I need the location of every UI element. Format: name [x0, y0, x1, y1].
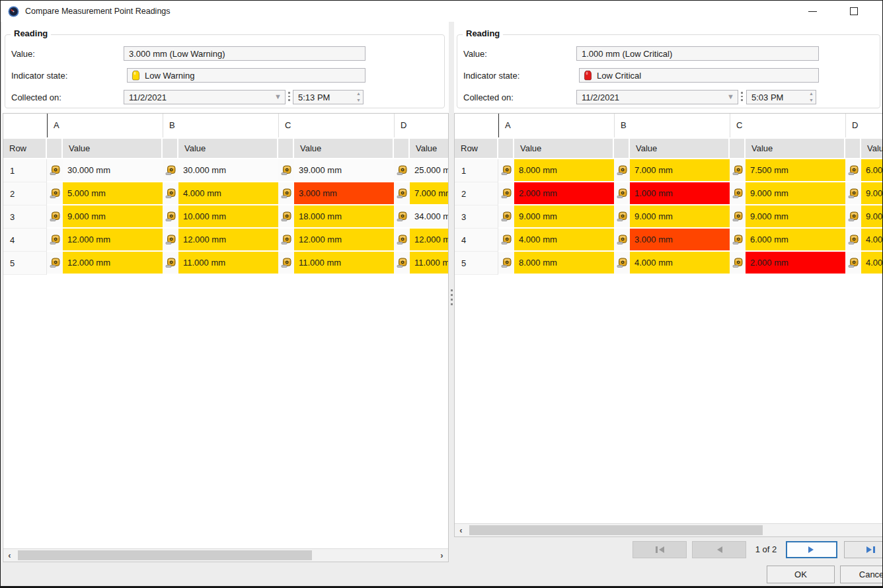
spinner-up-icon[interactable]: ▲ [809, 91, 814, 97]
reading-cell[interactable]: 9.000 mm [861, 205, 883, 229]
reading-cell[interactable]: 18.000 mm [294, 205, 394, 229]
value-field[interactable]: 1.000 mm (Low Critical) [576, 46, 819, 61]
row-column-header[interactable]: Row [3, 139, 46, 158]
scrollbar-thumb[interactable] [469, 525, 763, 535]
reading-cell[interactable]: 34.000 mm [410, 205, 449, 229]
reading-cell[interactable]: 4.000 mm [630, 252, 730, 275]
icon-column-header[interactable] [394, 139, 408, 158]
collected-time-field[interactable]: 5:03 PM ▲▼ [746, 90, 816, 104]
value-column-header[interactable]: Value [746, 139, 844, 158]
column-group-header-b[interactable]: B [163, 114, 278, 137]
scroll-left-icon[interactable]: ‹ [3, 549, 16, 562]
icon-column-header[interactable] [730, 139, 744, 158]
value-field[interactable]: 3.000 mm (Low Warning) [124, 46, 365, 61]
reading-cell[interactable]: 7.000 mm [410, 182, 449, 205]
icon-column-header[interactable] [163, 139, 177, 158]
collected-date-field[interactable]: 11/2/2021 ▼ [124, 90, 286, 104]
icon-column-header[interactable] [845, 139, 860, 158]
reading-cell[interactable]: 11.000 mm [410, 252, 449, 275]
previous-page-button[interactable] [692, 541, 746, 558]
maximize-button[interactable] [839, 1, 869, 22]
column-group-header-a[interactable]: A [47, 114, 163, 137]
value-column-header[interactable]: Value [178, 139, 277, 158]
reading-cell[interactable]: 4.000 mm [178, 182, 278, 205]
indicator-state-field[interactable]: Low Warning [127, 68, 365, 83]
column-group-header-d[interactable]: D [845, 114, 883, 137]
reading-cell[interactable]: 9.000 mm [861, 182, 883, 205]
spinner-down-icon[interactable]: ▼ [356, 97, 361, 104]
reading-cell[interactable]: 9.000 mm [514, 205, 614, 229]
reading-cell[interactable]: 2.000 mm [746, 252, 845, 275]
reading-cell[interactable]: 3.000 mm [294, 182, 394, 205]
reading-cell[interactable]: 3.000 mm [630, 229, 730, 252]
reading-cell[interactable]: 12.000 mm [294, 229, 394, 252]
reading-cell[interactable]: 10.000 mm [178, 205, 278, 229]
reading-cell[interactable]: 30.000 mm [178, 159, 278, 182]
reading-cell[interactable]: 11.000 mm [178, 252, 278, 275]
scroll-right-icon[interactable]: › [436, 549, 448, 562]
chevron-down-icon[interactable]: ▼ [274, 92, 282, 100]
reading-cell[interactable]: 4.000 mm [514, 229, 614, 252]
reading-cell[interactable]: 12.000 mm [178, 229, 278, 252]
scrollbar-track[interactable] [16, 549, 436, 562]
value-column-header[interactable]: Value [294, 139, 393, 158]
time-spinner[interactable]: ▲▼ [809, 91, 814, 104]
value-column-header[interactable]: Value [514, 139, 613, 158]
reading-cell[interactable]: 6.000 mm [861, 159, 883, 182]
value-column-header[interactable]: Value [63, 139, 161, 158]
reading-cell[interactable]: 4.000 mm [861, 229, 883, 252]
reading-cell[interactable]: 9.000 mm [746, 182, 845, 205]
collected-time-field[interactable]: 5:13 PM ▲▼ [293, 90, 364, 104]
reading-cell[interactable]: 12.000 mm [410, 229, 449, 252]
column-group-header-c[interactable]: C [730, 114, 845, 137]
column-group-header-d[interactable]: D [394, 114, 449, 137]
horizontal-scrollbar[interactable]: ‹ [455, 523, 883, 536]
minimize-button[interactable] [797, 1, 827, 22]
value-column-header[interactable]: Value [630, 139, 728, 158]
next-page-button[interactable] [786, 541, 837, 558]
reading-cell[interactable]: 12.000 mm [63, 252, 163, 275]
cancel-button[interactable]: Cancel [840, 566, 883, 583]
value-column-header[interactable]: Value [861, 139, 883, 158]
reading-cell[interactable]: 4.000 mm [861, 252, 883, 275]
first-page-button[interactable] [633, 541, 687, 558]
reading-cell[interactable]: 1.000 mm [630, 182, 730, 205]
spinner-up-icon[interactable]: ▲ [356, 91, 361, 97]
reading-cell[interactable]: 7.000 mm [630, 159, 730, 182]
horizontal-scrollbar[interactable]: ‹ › [3, 548, 448, 562]
reading-cell[interactable]: 8.000 mm [514, 252, 614, 275]
scroll-left-icon[interactable]: ‹ [455, 524, 467, 536]
icon-column-header[interactable] [614, 139, 629, 158]
icon-column-header[interactable] [498, 139, 513, 158]
ok-button[interactable]: OK [767, 566, 835, 583]
reading-cell[interactable]: 30.000 mm [63, 159, 163, 182]
collected-date-field[interactable]: 11/2/2021 ▼ [576, 90, 738, 104]
indicator-state-field[interactable]: Low Critical [579, 68, 819, 83]
scrollbar-track[interactable] [467, 524, 883, 536]
reading-cell[interactable]: 12.000 mm [63, 229, 163, 252]
icon-column-header[interactable] [47, 139, 61, 158]
last-page-button[interactable] [844, 541, 883, 558]
reading-cell[interactable]: 5.000 mm [63, 182, 163, 205]
reading-cell[interactable]: 6.000 mm [746, 229, 845, 252]
icon-column-header[interactable] [278, 139, 293, 158]
column-group-header-a[interactable]: A [498, 114, 614, 137]
reading-cell[interactable]: 7.500 mm [746, 159, 845, 182]
reading-cell[interactable]: 9.000 mm [63, 205, 163, 229]
column-group-header-b[interactable]: B [614, 114, 730, 137]
reading-cell[interactable]: 9.000 mm [630, 205, 730, 229]
reading-cell[interactable]: 2.000 mm [514, 182, 614, 205]
reading-cell[interactable]: 25.000 mm [410, 159, 449, 182]
row-column-header[interactable]: Row [455, 139, 497, 158]
scrollbar-thumb[interactable] [18, 550, 312, 560]
reading-cell[interactable]: 8.000 mm [514, 159, 614, 182]
reading-cell[interactable]: 9.000 mm [746, 205, 845, 229]
chevron-down-icon[interactable]: ▼ [727, 92, 734, 100]
column-group-header-c[interactable]: C [278, 114, 394, 137]
value-column-header[interactable]: Value [410, 139, 449, 158]
reading-cell[interactable]: 11.000 mm [294, 252, 394, 275]
spinner-down-icon[interactable]: ▼ [809, 97, 814, 104]
panel-splitter[interactable] [449, 22, 454, 562]
reading-cell[interactable]: 39.000 mm [294, 159, 394, 182]
time-spinner[interactable]: ▲▼ [356, 91, 361, 104]
